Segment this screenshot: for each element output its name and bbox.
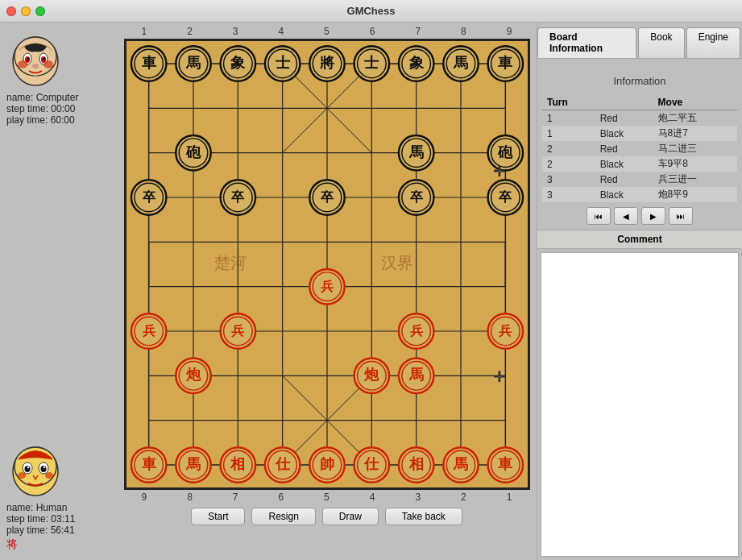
bottom-player-playtime: play time: 56:41 <box>6 525 75 536</box>
svg-text:相: 相 <box>408 456 423 472</box>
svg-text:相: 相 <box>230 456 245 472</box>
svg-point-10 <box>44 60 53 68</box>
move-text: 炮8平9 <box>653 187 737 202</box>
window-title: GMChess <box>347 5 396 17</box>
move-color: Red <box>595 141 653 156</box>
svg-text:砲: 砲 <box>497 144 513 160</box>
table-row[interactable]: 3Red兵三进一 <box>542 172 737 187</box>
nav-last[interactable]: ⏭ <box>669 207 693 225</box>
svg-text:馬: 馬 <box>408 367 423 383</box>
traffic-lights <box>6 6 45 16</box>
top-player-step: step time: 00:00 <box>6 103 75 114</box>
tab-board-information[interactable]: Board Information <box>537 27 636 58</box>
svg-text:將: 將 <box>320 55 335 71</box>
svg-point-15 <box>25 466 31 472</box>
move-turn: 1 <box>542 110 595 127</box>
nav-buttons: ⏮ ◀ ▶ ⏭ <box>537 202 742 230</box>
svg-text:卒: 卒 <box>409 189 423 204</box>
svg-text:砲: 砲 <box>185 144 201 160</box>
moves-table-container: Turn Move 1Red炮二平五1Black马8进72Red马二进三2Bla… <box>537 95 742 202</box>
start-button[interactable]: Start <box>191 508 245 525</box>
close-button[interactable] <box>6 6 16 16</box>
col-move: Move <box>653 95 737 110</box>
svg-text:車: 車 <box>141 55 156 71</box>
svg-point-18 <box>44 467 45 468</box>
svg-text:卒: 卒 <box>142 189 155 204</box>
comment-area[interactable] <box>541 252 739 557</box>
svg-text:馬: 馬 <box>408 144 423 160</box>
coord-top: 1 2 3 4 5 6 7 8 9 <box>122 26 533 37</box>
title-bar: GMChess <box>0 0 742 23</box>
info-label: Information <box>537 59 742 95</box>
svg-text:兵: 兵 <box>231 323 245 338</box>
comment-label: Comment <box>537 230 742 249</box>
table-row[interactable]: 1Red炮二平五 <box>542 110 737 127</box>
table-row[interactable]: 3Black炮8平9 <box>542 187 737 202</box>
coord-bottom: 9 8 7 6 5 4 3 2 1 <box>122 492 533 503</box>
table-row[interactable]: 2Black车9平8 <box>542 156 737 172</box>
svg-text:✛: ✛ <box>492 369 504 385</box>
bottom-player-avatar <box>6 441 64 499</box>
svg-text:馬: 馬 <box>453 456 468 472</box>
buttons-row: Start Resign Draw Take back <box>191 508 462 525</box>
pieces-layer: 車 馬 象 士 <box>126 41 528 487</box>
svg-text:車: 車 <box>141 456 156 472</box>
svg-point-9 <box>18 60 27 68</box>
svg-text:馬: 馬 <box>185 456 201 472</box>
svg-text:帥: 帥 <box>320 456 334 472</box>
move-color: Black <box>595 187 653 202</box>
move-color: Red <box>595 172 653 187</box>
svg-point-16 <box>41 466 47 472</box>
move-color: Black <box>595 156 653 172</box>
left-panel: name: Computer step time: 00:00 play tim… <box>0 23 117 560</box>
top-player-avatar <box>6 31 64 89</box>
move-text: 车9平8 <box>653 156 737 172</box>
bottom-player-info: name: Human step time: 03:11 play time: … <box>6 441 75 552</box>
chess-board[interactable]: 楚河 汉界 <box>124 39 530 490</box>
svg-text:✛: ✛ <box>492 164 504 180</box>
svg-text:炮: 炮 <box>185 367 201 383</box>
move-turn: 3 <box>542 172 595 187</box>
resign-button[interactable]: Resign <box>251 508 315 525</box>
svg-point-17 <box>27 467 29 468</box>
table-row[interactable]: 2Red马二进三 <box>542 141 737 156</box>
move-color: Red <box>595 110 653 127</box>
svg-text:卒: 卒 <box>321 189 334 204</box>
top-player-name: name: Computer <box>6 92 78 103</box>
tab-book[interactable]: Book <box>638 27 684 58</box>
svg-point-8 <box>32 64 39 68</box>
main-container: name: Computer step time: 00:00 play tim… <box>0 23 742 560</box>
svg-text:仕: 仕 <box>274 456 290 472</box>
maximize-button[interactable] <box>35 6 45 16</box>
svg-text:象: 象 <box>408 55 424 71</box>
nav-first[interactable]: ⏮ <box>587 207 611 225</box>
svg-point-7 <box>44 57 46 60</box>
svg-text:兵: 兵 <box>321 279 334 293</box>
svg-text:卒: 卒 <box>231 189 245 204</box>
move-text: 马8进7 <box>653 126 737 141</box>
svg-text:兵: 兵 <box>409 323 423 338</box>
top-player-playtime: play time: 60:00 <box>6 114 75 126</box>
svg-text:兵: 兵 <box>499 323 512 338</box>
tabs-row: Board Information Book Engine <box>537 23 742 59</box>
bottom-player-step: step time: 03:11 <box>6 513 75 525</box>
comment-section: Comment <box>537 230 742 560</box>
board-area: 1 2 3 4 5 6 7 8 9 <box>117 23 537 560</box>
draw-button[interactable]: Draw <box>322 508 379 525</box>
svg-point-6 <box>27 57 30 60</box>
tab-engine[interactable]: Engine <box>686 27 740 58</box>
top-player-info: name: Computer step time: 00:00 play tim… <box>6 31 78 126</box>
svg-text:士: 士 <box>364 55 379 71</box>
takeback-button[interactable]: Take back <box>385 508 462 525</box>
nav-next[interactable]: ▶ <box>641 207 665 225</box>
svg-text:車: 車 <box>498 55 513 71</box>
minimize-button[interactable] <box>21 6 31 16</box>
move-turn: 2 <box>542 156 595 172</box>
bottom-player-name: name: Human <box>6 502 67 513</box>
nav-prev[interactable]: ◀ <box>614 207 638 225</box>
svg-text:士: 士 <box>275 55 290 71</box>
player-jiang: 将 <box>6 537 18 552</box>
table-row[interactable]: 1Black马8进7 <box>542 126 737 141</box>
moves-table: Turn Move 1Red炮二平五1Black马8进72Red马二进三2Bla… <box>542 95 737 202</box>
move-turn: 1 <box>542 126 595 141</box>
